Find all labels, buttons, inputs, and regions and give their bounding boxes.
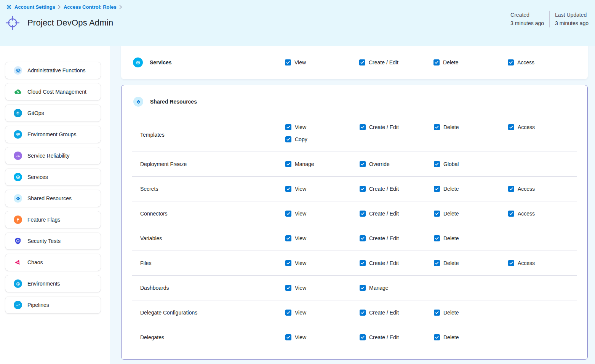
permission-checkbox[interactable]: Delete (433, 59, 508, 65)
shared-resources-section-head: Shared Resources (122, 97, 197, 107)
checkbox-checked[interactable] (285, 124, 291, 130)
checkbox-checked[interactable] (360, 334, 366, 340)
breadcrumb-access-control-roles[interactable]: Access Control: Roles (64, 4, 117, 10)
checkbox-checked[interactable] (360, 285, 366, 291)
permission-checkbox[interactable]: Override (360, 161, 434, 167)
permission-checkbox[interactable]: Manage (285, 161, 360, 167)
checkbox-checked[interactable] (508, 211, 514, 217)
permission-checkbox[interactable]: Delete (434, 334, 508, 340)
checkbox-checked[interactable] (508, 260, 514, 266)
checkbox-checked[interactable] (434, 124, 440, 130)
checkbox-checked[interactable] (360, 211, 366, 217)
sidebar-item-services[interactable]: Services (5, 169, 101, 185)
checkbox-checked[interactable] (359, 59, 365, 65)
permission-checkbox[interactable]: View (285, 310, 360, 316)
sidebar-item-service-reliability[interactable]: Service Reliability (5, 147, 101, 164)
cloud-dollar-icon: $ (14, 88, 22, 96)
checkbox-checked[interactable] (360, 161, 366, 167)
sidebar-item-shared-resources[interactable]: Shared Resources (5, 190, 101, 207)
permission-checkbox[interactable]: Delete (434, 124, 508, 130)
checkbox-checked[interactable] (285, 186, 291, 192)
permission-checkbox[interactable]: View (285, 59, 359, 65)
permission-checkbox[interactable]: Create / Edit (360, 124, 434, 130)
checkbox-checked[interactable] (434, 310, 440, 316)
resource-label: Dashboards (122, 285, 285, 291)
target-icon (5, 15, 20, 30)
permission-checkbox[interactable]: Access (508, 124, 587, 130)
checkbox-checked[interactable] (360, 235, 366, 241)
checkbox-checked[interactable] (285, 136, 291, 142)
checkbox-checked[interactable] (285, 211, 291, 217)
checkbox-checked[interactable] (508, 124, 514, 130)
permission-checkbox[interactable]: Delete (434, 211, 508, 217)
permission-checkbox[interactable]: Copy (285, 136, 360, 142)
permission-checkbox[interactable]: Create / Edit (360, 334, 434, 340)
checkbox-label: Delete (443, 211, 459, 217)
permission-checkbox[interactable]: Global (434, 161, 508, 167)
sidebar-item-cloud-cost-management[interactable]: $Cloud Cost Management (5, 83, 101, 100)
checkbox-checked[interactable] (360, 310, 366, 316)
checkbox-label: Create / Edit (369, 235, 399, 241)
permission-checkbox[interactable]: Manage (360, 285, 434, 291)
permission-checkbox[interactable]: Create / Edit (360, 186, 434, 192)
checkbox-checked[interactable] (285, 161, 291, 167)
checkbox-checked[interactable] (360, 124, 366, 130)
checkbox-checked[interactable] (285, 310, 291, 316)
checkbox-checked[interactable] (433, 59, 440, 65)
checkbox-checked[interactable] (434, 186, 440, 192)
permission-checkbox[interactable]: Delete (434, 260, 508, 266)
checkbox-checked[interactable] (285, 334, 291, 340)
checkbox-checked[interactable] (360, 260, 366, 266)
checkbox-label: View (294, 59, 306, 65)
permission-checkbox[interactable]: View (285, 260, 360, 266)
permission-checkbox[interactable]: Create / Edit (360, 260, 434, 266)
permission-checkbox[interactable]: Delete (434, 186, 508, 192)
permission-checkbox[interactable]: Create / Edit (359, 59, 433, 65)
permission-checkbox[interactable]: View (285, 186, 360, 192)
checkbox-checked[interactable] (285, 260, 291, 266)
sidebar-item-environment-groups[interactable]: Environment Groups (5, 126, 101, 143)
sidebar-item-chaos[interactable]: Chaos (5, 254, 101, 271)
permission-checkbox[interactable]: Access (508, 186, 587, 192)
permission-checkbox[interactable]: View (285, 235, 360, 241)
sidebar-item-feature-flags[interactable]: Feature Flags (5, 211, 101, 228)
checkbox-checked[interactable] (508, 186, 514, 192)
checkbox-checked[interactable] (508, 59, 514, 65)
services-hexagon-icon (133, 57, 143, 67)
permission-checkbox[interactable]: Create / Edit (360, 310, 434, 316)
checkbox-checked[interactable] (434, 211, 440, 217)
checkbox-checked[interactable] (434, 260, 440, 266)
permission-checkbox[interactable]: Delete (434, 310, 508, 316)
sidebar-item-gitops[interactable]: GitOps (5, 105, 101, 121)
permission-checkbox[interactable]: Access (508, 260, 587, 266)
checkbox-checked[interactable] (285, 235, 291, 241)
permission-checkbox[interactable]: View (285, 211, 360, 217)
sidebar-item-security-tests[interactable]: Security Tests (5, 233, 101, 249)
permission-cell: Delete (434, 211, 508, 217)
permission-cell: Create / Edit (360, 310, 434, 316)
checkbox-checked[interactable] (285, 285, 291, 291)
page-title: Project DevOps Admin (27, 18, 113, 28)
permission-checkbox[interactable]: View (285, 285, 360, 291)
resource-label: Deployment Freeze (122, 161, 285, 167)
sidebar-item-administrative-functions[interactable]: Administrative Functions (5, 62, 101, 79)
sidebar-item-environments[interactable]: $Environments (5, 275, 101, 292)
checkbox-checked[interactable] (434, 235, 440, 241)
permission-checkbox[interactable]: View (285, 334, 360, 340)
checkbox-checked[interactable] (434, 161, 440, 167)
permission-checkbox[interactable]: View (285, 124, 360, 130)
permission-checkbox[interactable]: Access (508, 211, 587, 217)
breadcrumb-account-settings[interactable]: Account Settings (14, 4, 55, 10)
permission-checkbox[interactable]: Delete (434, 235, 508, 241)
permission-checkbox[interactable]: Create / Edit (360, 235, 434, 241)
permission-cell: Access (508, 186, 587, 192)
resource-permission-row: Delegate ConfigurationsViewCreate / Edit… (122, 300, 587, 325)
sidebar-item-pipelines[interactable]: Pipelines (5, 297, 101, 313)
checkbox-label: View (295, 310, 306, 316)
resource-label: Delegate Configurations (122, 310, 285, 316)
permission-checkbox[interactable]: Create / Edit (360, 211, 434, 217)
permission-checkbox[interactable]: Access (508, 59, 588, 65)
checkbox-checked[interactable] (360, 186, 366, 192)
checkbox-checked[interactable] (434, 334, 440, 340)
checkbox-checked[interactable] (285, 59, 291, 65)
